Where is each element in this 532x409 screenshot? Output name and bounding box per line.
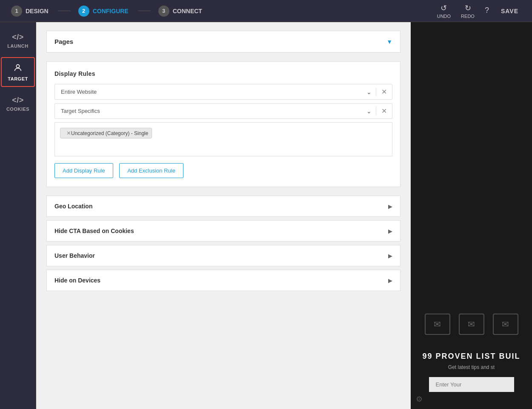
step-1-label: DESIGN [26, 8, 49, 14]
step-2-circle: 2 [78, 6, 89, 17]
step-connect[interactable]: 3 CONNECT [154, 4, 206, 18]
pages-header[interactable]: Pages ▼ [47, 31, 400, 52]
nav-divider-2 [138, 11, 151, 11]
gear-icon: ⚙ [416, 395, 423, 404]
geo-location-section: Geo Location ▶ [46, 196, 400, 217]
hide-on-devices-header[interactable]: Hide on Devices ▶ [47, 270, 400, 291]
step-3-label: CONNECT [173, 8, 202, 14]
email-icon-1: ✉ [425, 314, 450, 335]
tag-label: Uncategorized (Category) - Single [71, 130, 148, 136]
hide-cta-cookies-section: Hide CTA Based on Cookies ▶ [46, 220, 400, 242]
geo-location-header[interactable]: Geo Location ▶ [47, 196, 400, 216]
email-icon-3: ✉ [493, 314, 518, 335]
rule-select-2[interactable]: Target Specifics Entire Website Specific… [55, 104, 362, 118]
step-3-circle: 3 [158, 6, 169, 17]
sidebar: </> LAUNCH TARGET </> COOKIES [0, 22, 36, 409]
undo-icon: ↺ [440, 3, 447, 13]
content-panel: Pages ▼ Display Rules Entire Website Tar… [36, 22, 411, 409]
redo-icon: ↻ [465, 3, 471, 13]
user-behavior-title: User Behavior [54, 252, 95, 259]
geo-location-title: Geo Location [54, 203, 92, 210]
help-button[interactable]: ? [480, 4, 494, 17]
add-display-rule-button[interactable]: Add Display Rule [54, 163, 113, 178]
cookies-icon: </> [12, 96, 24, 105]
tag-uncategorized: ✕ Uncategorized (Category) - Single [60, 128, 152, 138]
sidebar-target-label: TARGET [8, 76, 28, 81]
preview-subtext: Get latest tips and st [448, 364, 495, 370]
top-navigation: 1 DESIGN 2 CONFIGURE 3 CONNECT ↺ UNDO ↻ … [0, 0, 532, 22]
pages-title: Pages [54, 38, 73, 45]
sidebar-cookies-label: COOKIES [6, 107, 29, 112]
save-button[interactable]: SAVE [494, 5, 525, 17]
preview-email-icons: ✉ ✉ ✉ [425, 314, 518, 335]
hide-on-devices-arrow-icon: ▶ [388, 277, 392, 284]
user-behavior-arrow-icon: ▶ [388, 253, 392, 259]
pages-section: Pages ▼ [46, 31, 400, 53]
nav-divider-1 [58, 11, 71, 11]
rule-1-close-button[interactable]: ✕ [376, 88, 392, 96]
rule-1-chevron-icon: ⌄ [362, 89, 376, 95]
hide-cta-cookies-title: Hide CTA Based on Cookies [54, 228, 134, 234]
target-icon [13, 63, 23, 75]
sidebar-launch-label: LAUNCH [7, 43, 28, 49]
hide-cta-cookies-arrow-icon: ▶ [388, 228, 392, 234]
step-1-circle: 1 [11, 6, 22, 17]
rule-row-2: Target Specifics Entire Website Specific… [54, 103, 392, 119]
hide-on-devices-title: Hide on Devices [54, 277, 100, 284]
pages-arrow-icon: ▼ [386, 38, 392, 45]
step-design[interactable]: 1 DESIGN [7, 4, 53, 18]
undo-button[interactable]: ↺ UNDO [432, 2, 456, 20]
launch-icon: </> [12, 33, 24, 42]
sidebar-item-cookies[interactable]: </> COOKIES [1, 89, 35, 118]
tag-close-button[interactable]: ✕ [66, 130, 71, 136]
user-behavior-header[interactable]: User Behavior ▶ [47, 245, 400, 266]
rule-select-1[interactable]: Entire Website Target Specifics Specific… [55, 84, 362, 99]
add-exclusion-rule-button[interactable]: Add Exclusion Rule [119, 163, 183, 178]
email-icon-2: ✉ [459, 314, 484, 335]
sidebar-item-target[interactable]: TARGET [1, 57, 35, 87]
preview-headline: 99 PROVEN LIST BUIL [422, 352, 520, 361]
hide-on-devices-section: Hide on Devices ▶ [46, 270, 400, 291]
step-2-label: CONFIGURE [93, 8, 129, 14]
display-rules-title: Display Rules [54, 70, 392, 77]
rule-2-close-button[interactable]: ✕ [376, 107, 392, 115]
undo-label: UNDO [437, 14, 451, 19]
user-behavior-section: User Behavior ▶ [46, 245, 400, 266]
tag-area: ✕ Uncategorized (Category) - Single [54, 122, 392, 156]
svg-point-0 [16, 64, 19, 67]
sidebar-item-launch[interactable]: </> LAUNCH [1, 26, 35, 55]
preview-pane: ✉ ✉ ✉ 99 PROVEN LIST BUIL Get latest tip… [411, 22, 532, 409]
redo-button[interactable]: ↻ REDO [456, 2, 480, 20]
rule-2-chevron-icon: ⌄ [362, 108, 376, 115]
main-area: </> LAUNCH TARGET </> COOKIES Pages ▼ [0, 22, 532, 409]
rule-actions: Add Display Rule Add Exclusion Rule [54, 163, 392, 178]
redo-label: REDO [461, 14, 475, 19]
hide-cta-cookies-header[interactable]: Hide CTA Based on Cookies ▶ [47, 221, 400, 241]
geo-location-arrow-icon: ▶ [388, 203, 392, 210]
preview-dark-bg: ✉ ✉ ✉ 99 PROVEN LIST BUIL Get latest tip… [411, 22, 532, 409]
help-icon: ? [485, 6, 489, 15]
step-configure[interactable]: 2 CONFIGURE [74, 4, 133, 18]
display-rules-section: Display Rules Entire Website Target Spec… [46, 61, 400, 187]
rule-row-1: Entire Website Target Specifics Specific… [54, 84, 392, 100]
preview-email-input[interactable] [429, 377, 514, 392]
preview-input-row [429, 377, 514, 392]
